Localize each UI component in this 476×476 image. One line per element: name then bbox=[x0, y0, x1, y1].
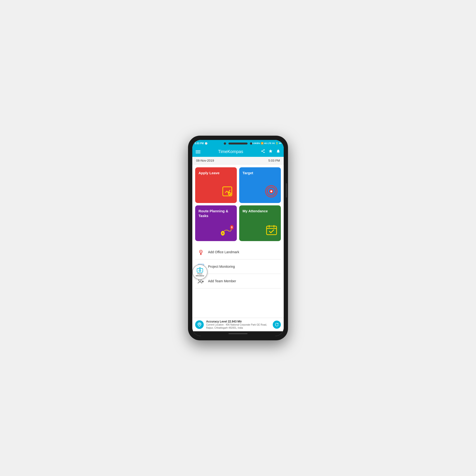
battery-level: 🔋 bbox=[276, 142, 278, 144]
app-bar-actions bbox=[261, 149, 280, 154]
punch-attendance-label: PunchAttendance bbox=[196, 273, 204, 277]
power-button bbox=[286, 183, 287, 198]
refresh-location-button[interactable] bbox=[273, 321, 281, 329]
svg-text:A: A bbox=[222, 232, 223, 235]
add-team-member-item[interactable]: Add Team Member bbox=[195, 274, 281, 289]
earpiece-speaker bbox=[228, 143, 248, 144]
apply-leave-label: Apply Leave bbox=[199, 171, 234, 175]
bell-icon[interactable] bbox=[276, 149, 280, 154]
status-left: 5:03 PM 🕐 bbox=[195, 142, 207, 145]
accuracy-level: Accuracy Level 22.943 Mtr bbox=[206, 320, 270, 323]
target-icon bbox=[265, 185, 277, 200]
current-time: 5:03 PM bbox=[269, 159, 280, 162]
bottom-indicator bbox=[192, 331, 284, 336]
target-label: Target bbox=[242, 171, 277, 175]
route-planning-label: Route Planning & Tasks bbox=[199, 209, 234, 218]
main-content: Apply Leave Target bbox=[192, 165, 284, 318]
location-label: Current Location : bbox=[206, 323, 225, 326]
star-icon[interactable] bbox=[269, 149, 273, 154]
svg-point-5 bbox=[270, 190, 272, 192]
front-sensor bbox=[250, 142, 252, 145]
location-icon[interactable] bbox=[195, 320, 204, 329]
my-attendance-label: My Attendance bbox=[242, 209, 277, 214]
svg-point-26 bbox=[200, 270, 200, 271]
svg-point-15 bbox=[200, 251, 201, 252]
location-bar: Accuracy Level 22.943 Mtr Current Locati… bbox=[192, 318, 284, 331]
signal-icons: 📶 4G LTE 3G bbox=[261, 142, 275, 144]
add-office-landmark-icon bbox=[197, 248, 205, 256]
add-office-landmark-label: Add Office Landmark bbox=[208, 250, 239, 254]
list-items-container: Add Office Landmark Proj bbox=[195, 245, 281, 289]
my-attendance-tile[interactable]: My Attendance bbox=[239, 205, 281, 241]
feature-tile-grid: Apply Leave Target bbox=[195, 167, 281, 241]
network-speed: 0.0KB/s bbox=[252, 142, 260, 144]
add-office-landmark-item[interactable]: Add Office Landmark bbox=[195, 245, 281, 259]
status-time: 5:03 PM bbox=[195, 142, 204, 145]
status-right: 0.0KB/s 📶 4G LTE 3G 🔋 84 bbox=[252, 142, 281, 144]
app-title: TimeKompas bbox=[218, 149, 243, 154]
phone-device: 5:03 PM 🕐 0.0KB/s 📶 4G LTE 3G 🔋 84 TimeK… bbox=[188, 136, 288, 340]
status-clock-icon: 🕐 bbox=[205, 142, 207, 145]
scrollable-content: Apply Leave Target bbox=[192, 165, 284, 318]
apply-leave-icon bbox=[221, 186, 234, 200]
phone-screen: 5:03 PM 🕐 0.0KB/s 📶 4G LTE 3G 🔋 84 TimeK… bbox=[192, 140, 284, 336]
current-date: 08-Nov-2019 bbox=[196, 159, 214, 162]
app-bar: TimeKompas bbox=[192, 147, 284, 157]
share-icon[interactable] bbox=[261, 149, 265, 154]
front-camera bbox=[224, 142, 226, 145]
route-planning-icon: A B bbox=[221, 225, 234, 238]
svg-rect-10 bbox=[267, 226, 276, 235]
svg-text:B: B bbox=[231, 226, 233, 229]
location-address: Current Location : 406 National Corporat… bbox=[206, 323, 270, 329]
project-monitoring-item[interactable]: Project Monitoring bbox=[195, 259, 281, 274]
add-team-member-label: Add Team Member bbox=[208, 279, 236, 283]
date-time-bar: 08-Nov-2019 5:03 PM bbox=[192, 157, 284, 165]
home-indicator-bar bbox=[228, 333, 248, 334]
attendance-icon bbox=[266, 224, 277, 238]
project-monitoring-label: Project Monitoring bbox=[208, 265, 235, 269]
phone-top-hardware bbox=[224, 142, 252, 145]
route-planning-tile[interactable]: Route Planning & Tasks A B bbox=[195, 205, 237, 241]
apply-leave-tile[interactable]: Apply Leave bbox=[195, 167, 237, 203]
target-tile[interactable]: Target bbox=[239, 167, 281, 203]
hamburger-menu-button[interactable] bbox=[196, 151, 200, 153]
location-text: Accuracy Level 22.943 Mtr Current Locati… bbox=[206, 320, 270, 329]
punch-attendance-fab[interactable]: PunchAttendance bbox=[192, 264, 207, 280]
battery-percent: 84 bbox=[279, 142, 281, 144]
svg-point-27 bbox=[199, 323, 200, 325]
